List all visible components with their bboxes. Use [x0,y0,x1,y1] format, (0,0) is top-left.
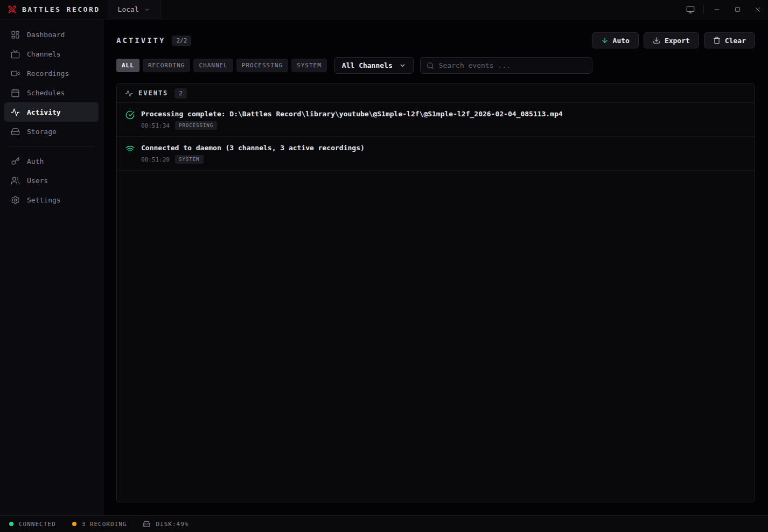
chevron-down-icon [399,62,406,69]
maximize-button[interactable] [727,0,748,19]
chevron-down-icon [144,6,150,13]
search-icon [427,62,434,69]
clear-button[interactable]: Clear [704,32,755,48]
header-actions: Auto Export Clear [592,32,755,48]
app-title: BATTLES RECORD [22,5,100,13]
events-count-badge: 2 [174,88,187,99]
filter-chip-recording[interactable]: RECORDING [143,59,191,72]
sidebar-item-recordings[interactable]: Recordings [4,64,99,83]
filters-row: ALL RECORDING CHANNEL PROCESSING SYSTEM … [116,57,755,74]
filter-chip-processing[interactable]: PROCESSING [236,59,288,72]
sidebar-item-label: Dashboard [27,31,65,39]
search-input[interactable] [439,61,586,69]
events-panel: EVENTS 2 Processing complete: D:\Battles… [116,83,755,502]
key-icon [11,157,20,166]
clear-button-label: Clear [725,37,746,45]
events-panel-title: EVENTS [138,89,168,97]
main-content: ACTIVITY 2/2 Auto Export [103,19,768,515]
crossed-swords-logo-icon [8,5,17,14]
arrow-down-icon [601,37,609,44]
minimize-icon [713,6,721,13]
recording-status-label: 3 RECORDING [82,521,127,528]
events-panel-header: EVENTS 2 [117,84,755,103]
sidebar: Dashboard Channels Recordings Schedules [0,19,103,515]
event-meta: 00:51:20 SYSTEM [141,155,365,164]
connection-status-label: CONNECTED [19,521,56,528]
tv-icon [11,50,20,59]
sidebar-item-dashboard[interactable]: Dashboard [4,25,99,44]
sidebar-item-settings[interactable]: Settings [4,190,99,209]
connection-status: CONNECTED [9,521,56,528]
recording-dot-icon [72,522,76,526]
event-time: 00:51:20 [141,156,170,163]
auto-scroll-button[interactable]: Auto [592,32,639,48]
window-controls [680,0,768,19]
filter-chip-system[interactable]: SYSTEM [291,59,327,72]
monitor-icon [686,5,695,14]
close-icon [754,6,762,13]
sidebar-item-storage[interactable]: Storage [4,122,99,141]
dashboard-icon [11,30,20,39]
trash-icon [713,37,721,44]
video-camera-icon [11,69,20,78]
page-header: ACTIVITY 2/2 Auto Export [116,32,755,48]
event-time: 00:51:34 [141,122,170,129]
wifi-icon [125,144,135,164]
sidebar-item-label: Auth [27,157,44,165]
display-mode-button[interactable] [680,0,701,19]
gear-icon [11,195,20,205]
auto-button-label: Auto [613,37,630,45]
export-button-label: Export [665,37,690,45]
titlebar-spacer [160,0,680,19]
event-message: Processing complete: D:\Battles Record\l… [141,110,563,118]
sidebar-item-label: Settings [27,196,61,204]
filter-chip-all[interactable]: ALL [116,59,139,72]
channel-filter-value: All Channels [342,61,393,69]
event-tag-badge: SYSTEM [175,155,204,164]
sidebar-item-label: Channels [27,50,61,58]
sidebar-divider [9,146,94,147]
event-count-badge: 2/2 [172,36,191,46]
sidebar-item-label: Storage [27,128,57,136]
sidebar-item-label: Users [27,177,48,185]
titlebar: BATTLES RECORD Local [0,0,768,19]
download-icon [653,37,660,44]
channel-filter-select[interactable]: All Channels [334,57,414,74]
sidebar-item-label: Activity [27,108,61,116]
hard-drive-icon [11,127,20,136]
sidebar-item-channels[interactable]: Channels [4,44,99,64]
event-row[interactable]: Processing complete: D:\Battles Record\l… [117,103,755,137]
sidebar-item-label: Schedules [27,89,65,97]
minimize-button[interactable] [707,0,727,19]
sidebar-item-schedules[interactable]: Schedules [4,83,99,102]
workspace-label: Local [118,5,139,13]
users-icon [11,176,20,185]
sidebar-item-label: Recordings [27,69,69,78]
status-bar: CONNECTED 3 RECORDING DISK:49% [0,515,768,532]
disk-status-label: DISK:49% [156,521,188,528]
sidebar-item-users[interactable]: Users [4,171,99,190]
event-row[interactable]: Connected to daemon (3 channels, 3 activ… [117,137,755,171]
event-content: Processing complete: D:\Battles Record\l… [141,110,563,130]
workspace-tab[interactable]: Local [108,0,160,19]
sidebar-item-activity[interactable]: Activity [4,102,99,122]
event-tag-badge: PROCESSING [175,121,217,130]
check-circle-icon [125,110,135,130]
event-message: Connected to daemon (3 channels, 3 activ… [141,144,365,152]
event-content: Connected to daemon (3 channels, 3 activ… [141,144,365,164]
recording-status: 3 RECORDING [72,521,127,528]
export-button[interactable]: Export [644,32,699,48]
maximize-icon [734,6,741,13]
close-button[interactable] [748,0,768,19]
sidebar-item-auth[interactable]: Auth [4,151,99,171]
calendar-icon [11,88,20,97]
event-meta: 00:51:34 PROCESSING [141,121,563,130]
connected-dot-icon [9,522,13,526]
search-box [420,57,592,74]
filter-chip-channel[interactable]: CHANNEL [193,59,233,72]
activity-pulse-icon [125,89,133,97]
page-title: ACTIVITY [116,36,165,45]
disk-status: DISK:49% [143,520,188,528]
activity-pulse-icon [11,108,20,117]
app-brand: BATTLES RECORD [0,0,108,19]
